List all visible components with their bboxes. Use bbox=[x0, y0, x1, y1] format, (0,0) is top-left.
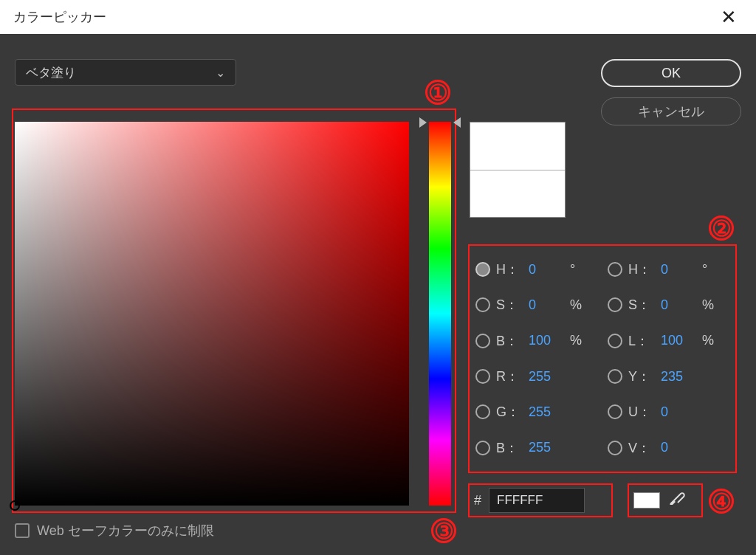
annotation-3: ③ bbox=[431, 518, 456, 543]
value-h2[interactable]: 0 bbox=[661, 262, 696, 278]
value-h1[interactable]: 0 bbox=[529, 262, 564, 278]
radio-v[interactable] bbox=[608, 441, 622, 455]
value-row-l: L：100% bbox=[608, 323, 729, 359]
value-b2[interactable]: 255 bbox=[529, 440, 564, 455]
value-row-v: V：0 bbox=[608, 430, 729, 466]
eyedropper-group bbox=[629, 486, 701, 515]
fill-mode-select[interactable]: ベタ塗り ⌄ bbox=[15, 59, 236, 86]
hex-input-group: # bbox=[470, 486, 611, 515]
dialog-buttons: OK キャンセル bbox=[601, 59, 741, 125]
value-row-h2: H：0° bbox=[608, 252, 729, 287]
radio-h1[interactable] bbox=[475, 262, 490, 277]
chevron-down-icon: ⌄ bbox=[216, 66, 225, 80]
radio-s2[interactable] bbox=[608, 297, 622, 312]
value-row-b1: B：100% bbox=[475, 323, 597, 359]
hex-input[interactable] bbox=[489, 488, 585, 513]
value-u[interactable]: 0 bbox=[661, 404, 696, 420]
cancel-button[interactable]: キャンセル bbox=[601, 97, 741, 125]
saturation-value-field[interactable] bbox=[15, 122, 409, 506]
annotation-1: ① bbox=[425, 80, 450, 105]
value-row-s2: S：0% bbox=[608, 287, 729, 323]
radio-s1[interactable] bbox=[475, 297, 490, 312]
value-row-s1: S：0% bbox=[475, 287, 597, 323]
hue-indicator-right-icon bbox=[453, 117, 461, 128]
ok-button[interactable]: OK bbox=[601, 59, 741, 87]
value-l[interactable]: 100 bbox=[661, 333, 696, 348]
color-values-panel: H：0° H：0° S：0% S：0% B：100% L：100% R：255 … bbox=[470, 246, 735, 472]
value-s1[interactable]: 0 bbox=[529, 297, 564, 313]
value-v[interactable]: 0 bbox=[661, 440, 696, 455]
value-row-u: U：0 bbox=[608, 394, 729, 430]
close-icon[interactable]: ✕ bbox=[715, 3, 743, 32]
radio-r[interactable] bbox=[475, 369, 490, 384]
annotation-4: ④ bbox=[709, 489, 734, 514]
value-g[interactable]: 255 bbox=[529, 404, 564, 420]
titlebar: カラーピッカー ✕ bbox=[0, 0, 756, 34]
websafe-checkbox[interactable] bbox=[15, 523, 30, 538]
color-picker-area bbox=[13, 109, 456, 511]
websafe-checkbox-group: Web セーフカラーのみに制限 bbox=[15, 522, 214, 540]
radio-u[interactable] bbox=[608, 404, 622, 419]
value-b1[interactable]: 100 bbox=[529, 333, 564, 348]
window-title: カラーピッカー bbox=[13, 8, 106, 26]
radio-b2[interactable] bbox=[475, 441, 490, 455]
value-row-b2: B：255 bbox=[475, 430, 597, 466]
value-s2[interactable]: 0 bbox=[661, 297, 696, 313]
value-y[interactable]: 235 bbox=[661, 369, 696, 385]
sv-cursor[interactable] bbox=[10, 500, 20, 511]
current-color-swatch bbox=[633, 492, 660, 509]
annotation-2: ② bbox=[709, 216, 734, 241]
hue-indicator-left-icon bbox=[419, 117, 427, 128]
websafe-label: Web セーフカラーのみに制限 bbox=[37, 522, 214, 540]
color-preview-swatch bbox=[470, 122, 566, 218]
radio-g[interactable] bbox=[475, 404, 490, 419]
value-r[interactable]: 255 bbox=[529, 369, 564, 385]
value-row-y: Y：235 bbox=[608, 359, 729, 394]
fill-mode-label: ベタ塗り bbox=[26, 64, 76, 81]
radio-l[interactable] bbox=[608, 334, 622, 348]
value-row-h1: H：0° bbox=[475, 252, 597, 287]
value-row-r: R：255 bbox=[475, 359, 597, 394]
hue-slider[interactable] bbox=[429, 122, 451, 506]
eyedropper-icon[interactable] bbox=[667, 489, 685, 511]
radio-h2[interactable] bbox=[608, 262, 622, 277]
hash-label: # bbox=[474, 493, 481, 509]
radio-y[interactable] bbox=[608, 369, 622, 384]
value-row-g: G：255 bbox=[475, 394, 597, 430]
radio-b1[interactable] bbox=[475, 334, 490, 348]
